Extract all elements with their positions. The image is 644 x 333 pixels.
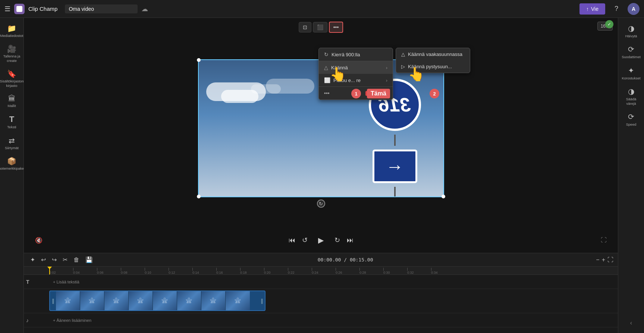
cursor-label-2: 2 bbox=[430, 89, 439, 98]
skip-end-button[interactable]: ⏭ bbox=[347, 236, 354, 244]
sidebar-item-speed[interactable]: ⟳ Speed bbox=[620, 110, 643, 129]
clip-thumb-4: 🛣 bbox=[129, 291, 153, 310]
kaanna-arrow-icon: › bbox=[386, 65, 387, 70]
app-title: Clip Champ bbox=[28, 6, 57, 12]
mute-button[interactable]: 🔇 bbox=[35, 237, 43, 244]
audio-track-content[interactable]: + Ääneen lisääminen bbox=[49, 313, 618, 327]
text-track-add-label[interactable]: + Lisää tekstiä bbox=[53, 280, 79, 284]
main-body: 📁 Mediatiedostot 🎥 Tallenna ja create 🔖 … bbox=[0, 18, 644, 333]
sidebar-item-mallit[interactable]: 🏛 Mallit bbox=[1, 92, 22, 110]
ruler-mark-8: 0:18 bbox=[240, 268, 264, 274]
timeline-cut-button[interactable]: ✂ bbox=[61, 255, 69, 264]
hamburger-icon[interactable]: ☰ bbox=[4, 5, 10, 13]
ruler-mark-13: 0:28 bbox=[359, 268, 383, 274]
suodattimet-label: Suodattimet bbox=[622, 55, 641, 59]
export-button[interactable]: ↑ Vie bbox=[579, 3, 605, 15]
menu-item-rotate[interactable]: ↻ Kierrä 900:lla bbox=[319, 48, 393, 61]
sidebar-label-mediatiedostot: Mediatiedostot bbox=[0, 34, 23, 38]
zoom-out-button[interactable]: − bbox=[596, 257, 599, 263]
video-clip[interactable]: ‖ 🛣 🛣 🛣 🛣 🛣 🛣 🛣 🛣 ‖ bbox=[49, 290, 266, 311]
ruler-marks: 0:02 0:04 0:06 0:08 0:10 0:12 0:14 0:16 … bbox=[49, 267, 455, 274]
flip-menu-icon: △ bbox=[324, 65, 328, 70]
ruler-mark-11: 0:24 bbox=[312, 268, 336, 274]
ruler-mark-4: 0:10 bbox=[145, 268, 169, 274]
zoom-fit-button[interactable]: ⛶ bbox=[607, 257, 613, 263]
ruler-mark-6: 0:14 bbox=[192, 268, 216, 274]
text-track-content[interactable]: + Lisää tekstiä bbox=[49, 275, 618, 289]
sidebar-label-mallit: Mallit bbox=[7, 104, 16, 108]
sidebar-item-siirtymät[interactable]: ⇄ Siirtymät bbox=[1, 134, 22, 152]
pictou-arrow-icon: › bbox=[386, 78, 387, 83]
play-button[interactable]: ▶ bbox=[314, 233, 328, 247]
clip-thumb-6: 🛣 bbox=[177, 291, 201, 310]
handle-bottom-right[interactable] bbox=[442, 195, 445, 198]
sidebar-item-saada-vareja[interactable]: ◑ Säädä värejä bbox=[620, 85, 643, 108]
sidebar-item-korostukset[interactable]: ✦ Korostukset bbox=[620, 64, 643, 82]
account-icon[interactable]: A bbox=[628, 3, 640, 15]
more-button[interactable]: ••• bbox=[329, 22, 343, 33]
timeline-add-button[interactable]: ✦ bbox=[28, 255, 37, 264]
transitions-icon: ⇄ bbox=[9, 136, 15, 145]
sidebar-collapse-button[interactable]: ‹ bbox=[627, 317, 635, 329]
sidebar-item-suodattimet[interactable]: ⟳ Suodattimet bbox=[620, 43, 643, 61]
clip-right-handle[interactable]: ‖ bbox=[259, 291, 265, 310]
saada-label: Säädä värejä bbox=[621, 97, 641, 106]
sidebar-label-teksti: Teksti bbox=[7, 125, 16, 129]
sidebar-item-mediatiedostot[interactable]: 📁 Mediatiedostot bbox=[1, 22, 22, 40]
rotate-icon: ↻ bbox=[324, 51, 329, 57]
audio-track-label-area: ♪ bbox=[24, 317, 49, 323]
clip-thumbnails: 🛣 🛣 🛣 🛣 🛣 🛣 🛣 🛣 bbox=[56, 291, 259, 310]
clip-left-handle[interactable]: ‖ bbox=[50, 291, 56, 310]
submenu-item-vaaka[interactable]: △ Käännä vaakasuunnassa bbox=[396, 48, 470, 60]
brand-icon: 📦 bbox=[7, 157, 16, 166]
export-label: Vie bbox=[591, 6, 599, 12]
audio-add-label[interactable]: + Ääneen lisääminen bbox=[53, 318, 91, 323]
sub-menu: △ Käännä vaakasuunnassa ▷ Käännä pystysu… bbox=[396, 48, 470, 73]
handle-bottom-left[interactable] bbox=[197, 195, 201, 198]
playhead-triangle bbox=[47, 267, 52, 269]
handle-top-left[interactable] bbox=[197, 58, 201, 62]
ruler-mark-16: 0:34 bbox=[431, 268, 455, 274]
flip-button[interactable]: ⬛ bbox=[313, 22, 327, 32]
ruler-mark-3: 0:08 bbox=[121, 268, 145, 274]
forward-5-button[interactable]: ↻ bbox=[334, 236, 340, 244]
autosave-icon: ☁ bbox=[141, 5, 148, 13]
ruler-mark-14: 0:30 bbox=[383, 268, 407, 274]
ruler-mark-12: 0:26 bbox=[336, 268, 359, 274]
video-track-content: ‖ 🛣 🛣 🛣 🛣 🛣 🛣 🛣 🛣 ‖ bbox=[49, 290, 618, 312]
topbar: ☰ Clip Champ ☁ ↑ Vie ? A bbox=[0, 0, 644, 18]
timeline-ruler: 0:02 0:04 0:06 0:08 0:10 0:12 0:14 0:16 … bbox=[24, 267, 618, 275]
video-title-input[interactable] bbox=[65, 4, 138, 13]
korostukset-icon: ✦ bbox=[628, 66, 634, 75]
timeline-delete-button[interactable]: 🗑 bbox=[72, 256, 81, 264]
fullscreen-button[interactable]: ⛶ bbox=[601, 237, 607, 244]
topbar-left: ☰ Clip Champ ☁ bbox=[4, 4, 148, 14]
timeline-redo-button[interactable]: ↪ bbox=[50, 255, 59, 264]
audio-track: ♪ + Ääneen lisääminen bbox=[24, 313, 618, 327]
timeline-time-display: 00:00.00 / 00:15.00 bbox=[97, 257, 594, 263]
playback-controls: ⏮ ↺ ▶ ↻ ⏭ bbox=[289, 230, 354, 250]
timeline-toolbar: ✦ ↩ ↪ ✂ 🗑 💾 00:00.00 / 00:15.00 − + ⛶ bbox=[24, 253, 618, 267]
cloud-4 bbox=[251, 84, 281, 94]
timeline-checkmark: ✓ bbox=[605, 20, 613, 28]
sidebar-item-sisaltokirjasto[interactable]: 🔖 Sisältökirjaston kirjasto bbox=[1, 67, 22, 90]
timeline-save-button[interactable]: 💾 bbox=[84, 255, 95, 264]
rewind-5-button[interactable]: ↺ bbox=[302, 236, 308, 244]
zoom-in-button[interactable]: + bbox=[602, 257, 605, 263]
sidebar-item-haavyta[interactable]: ◑ Häivytä bbox=[620, 22, 643, 40]
menu-item-pictou[interactable]: ⬜ Pictou e... re › bbox=[319, 74, 393, 87]
submenu-item-pysty[interactable]: ▷ Käännä pystysuun... bbox=[396, 60, 470, 73]
menu-item-kaanna[interactable]: △ Käännä › bbox=[319, 61, 393, 74]
skip-start-button[interactable]: ⏮ bbox=[289, 236, 295, 244]
sidebar-item-tallenna[interactable]: 🎥 Tallenna ja create bbox=[1, 42, 22, 65]
center-area: ⊡ ⬛ ••• 16:9 bbox=[24, 18, 618, 333]
sidebar-item-tuotemerkkipaketti[interactable]: 📦 Tuotemerkkipaketti bbox=[1, 154, 22, 173]
timeline-undo-button[interactable]: ↩ bbox=[39, 255, 48, 264]
crop-button[interactable]: ⊡ bbox=[299, 22, 311, 32]
menu-label-rotate: Kierrä 900:lla bbox=[332, 52, 387, 57]
ruler-mark-15: 0:32 bbox=[407, 268, 431, 274]
help-icon[interactable]: ? bbox=[610, 3, 622, 15]
rotate-handle[interactable]: ↻ bbox=[317, 200, 325, 208]
sidebar-item-teksti[interactable]: T Teksti bbox=[1, 112, 22, 131]
ruler-mark-9: 0:20 bbox=[264, 268, 288, 274]
